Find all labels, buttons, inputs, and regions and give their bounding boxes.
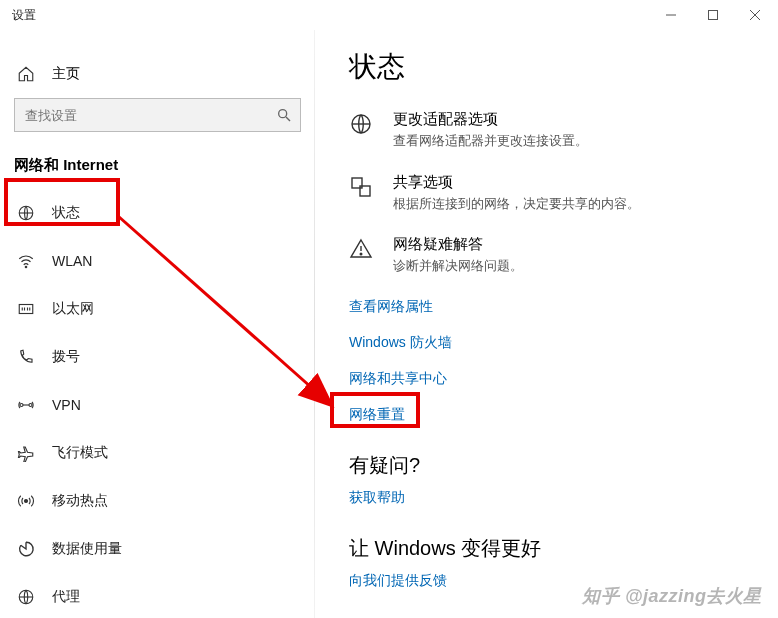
home-icon	[16, 65, 36, 83]
svg-point-7	[25, 266, 27, 268]
status-icon	[16, 204, 36, 222]
sidebar-item-label: 状态	[52, 204, 80, 222]
option-desc: 查看网络适配器并更改连接设置。	[393, 133, 588, 151]
home-label: 主页	[52, 65, 80, 83]
ethernet-icon	[16, 300, 36, 318]
option-title: 更改适配器选项	[393, 110, 588, 129]
option-text: 网络疑难解答 诊断并解决网络问题。	[393, 235, 523, 276]
link-network-properties[interactable]: 查看网络属性	[349, 298, 433, 316]
option-sharing[interactable]: 共享选项 根据所连接到的网络，决定要共享的内容。	[349, 173, 758, 214]
sidebar-item-dialup[interactable]: 拨号	[0, 333, 315, 381]
proxy-icon	[16, 588, 36, 606]
option-desc: 诊断并解决网络问题。	[393, 258, 523, 276]
svg-point-17	[360, 253, 362, 255]
globe-icon	[349, 110, 375, 151]
sidebar-item-label: 移动热点	[52, 492, 108, 510]
link-get-help[interactable]: 获取帮助	[349, 489, 405, 507]
option-troubleshoot[interactable]: 网络疑难解答 诊断并解决网络问题。	[349, 235, 758, 276]
search-wrap	[0, 98, 315, 146]
content-area: 状态 更改适配器选项 查看网络适配器并更改连接设置。 共享选项 根据所连接到的网…	[315, 30, 778, 618]
svg-line-5	[286, 117, 290, 121]
option-title: 网络疑难解答	[393, 235, 523, 254]
window-controls	[656, 0, 770, 30]
faq-heading: 有疑问?	[349, 452, 758, 479]
svg-point-11	[25, 500, 28, 503]
svg-point-10	[29, 404, 32, 407]
sidebar-item-wlan[interactable]: WLAN	[0, 237, 315, 285]
sidebar-item-vpn[interactable]: VPN	[0, 381, 315, 429]
sidebar-item-label: WLAN	[52, 253, 92, 269]
sidebar-item-label: VPN	[52, 397, 81, 413]
option-text: 共享选项 根据所连接到的网络，决定要共享的内容。	[393, 173, 640, 214]
sidebar-item-datausage[interactable]: 数据使用量	[0, 525, 315, 573]
link-firewall[interactable]: Windows 防火墙	[349, 334, 452, 352]
main-layout: 主页 网络和 Internet 状态 WLAN	[0, 30, 778, 618]
svg-point-4	[279, 110, 287, 118]
title-bar: 设置	[0, 0, 778, 30]
link-feedback[interactable]: 向我们提供反馈	[349, 572, 447, 590]
search-icon	[276, 107, 292, 123]
dialup-icon	[16, 348, 36, 366]
section-header: 网络和 Internet	[0, 146, 315, 189]
sidebar-item-label: 以太网	[52, 300, 94, 318]
link-network-reset[interactable]: 网络重置	[349, 406, 405, 424]
sidebar-item-status[interactable]: 状态	[0, 189, 315, 237]
option-desc: 根据所连接到的网络，决定要共享的内容。	[393, 196, 640, 214]
sidebar-item-label: 飞行模式	[52, 444, 108, 462]
airplane-icon	[16, 444, 36, 462]
option-adapter[interactable]: 更改适配器选项 查看网络适配器并更改连接设置。	[349, 110, 758, 151]
wifi-icon	[16, 252, 36, 270]
option-title: 共享选项	[393, 173, 640, 192]
sidebar-item-airplane[interactable]: 飞行模式	[0, 429, 315, 477]
svg-rect-1	[709, 11, 718, 20]
sidebar-item-hotspot[interactable]: 移动热点	[0, 477, 315, 525]
sharing-icon	[349, 173, 375, 214]
sidebar-item-proxy[interactable]: 代理	[0, 573, 315, 618]
close-button[interactable]	[740, 0, 770, 30]
improve-heading: 让 Windows 变得更好	[349, 535, 758, 562]
svg-point-9	[20, 404, 23, 407]
search-input[interactable]	[25, 108, 266, 123]
home-button[interactable]: 主页	[0, 50, 315, 98]
search-box[interactable]	[14, 98, 301, 132]
sidebar: 主页 网络和 Internet 状态 WLAN	[0, 30, 315, 618]
data-usage-icon	[16, 540, 36, 558]
vpn-icon	[16, 396, 36, 414]
option-text: 更改适配器选项 查看网络适配器并更改连接设置。	[393, 110, 588, 151]
warning-icon	[349, 235, 375, 276]
sidebar-item-ethernet[interactable]: 以太网	[0, 285, 315, 333]
minimize-button[interactable]	[656, 0, 686, 30]
maximize-button[interactable]	[698, 0, 728, 30]
page-title: 状态	[349, 48, 758, 86]
sidebar-item-label: 拨号	[52, 348, 80, 366]
watermark: 知乎 @jazzing去火星	[582, 584, 762, 608]
link-sharing-center[interactable]: 网络和共享中心	[349, 370, 447, 388]
sidebar-item-label: 代理	[52, 588, 80, 606]
svg-rect-8	[19, 305, 33, 314]
hotspot-icon	[16, 492, 36, 510]
sidebar-item-label: 数据使用量	[52, 540, 122, 558]
window-title: 设置	[12, 7, 36, 24]
